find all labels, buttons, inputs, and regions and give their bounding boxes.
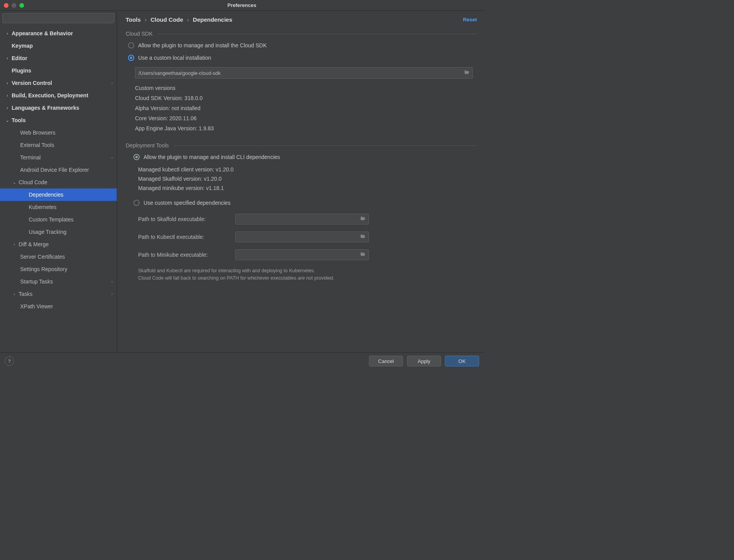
scope-project-icon: ▫ <box>111 155 113 160</box>
breadcrumb-tools[interactable]: Tools <box>126 16 141 23</box>
search-box[interactable] <box>2 13 114 23</box>
folder-open-icon[interactable] <box>360 252 366 258</box>
minikube-path-input[interactable] <box>235 249 369 260</box>
chevron-right-icon: › <box>12 292 17 296</box>
apply-button[interactable]: Apply <box>407 356 441 366</box>
sidebar-item-tools[interactable]: ⌄Tools <box>0 114 117 126</box>
sidebar-item-version-control[interactable]: ›Version Control▫ <box>0 77 117 89</box>
sidebar-item-android-device[interactable]: Android Device File Explorer <box>0 164 117 176</box>
chevron-right-icon: › <box>12 242 17 247</box>
minikube-path-row: Path to Minikube executable: <box>138 249 477 260</box>
sdk-path-field-wrap <box>135 67 473 79</box>
sidebar-item-startup-tasks[interactable]: Startup Tasks▫ <box>0 275 117 288</box>
sidebar-item-dependencies[interactable]: Dependencies <box>0 188 117 201</box>
sidebar-item-tasks[interactable]: ›Tasks▫ <box>0 288 117 300</box>
sidebar-item-web-browsers[interactable]: Web Browsers <box>0 126 117 139</box>
sidebar-item-settings-repo[interactable]: Settings Repository <box>0 263 117 275</box>
maximize-window-button[interactable] <box>19 3 24 8</box>
scope-project-icon: ▫ <box>111 81 113 85</box>
minikube-path-label: Path to Minikube executable: <box>138 252 235 258</box>
help-button[interactable]: ? <box>5 356 14 366</box>
sidebar-item-build[interactable]: ›Build, Execution, Deployment <box>0 89 117 102</box>
close-window-button[interactable] <box>4 3 9 8</box>
window-title: Preferences <box>0 2 484 8</box>
managed-kubectl-label: Managed kubectl client version: v1.20.0 <box>138 166 477 173</box>
sidebar-item-editor[interactable]: ›Editor <box>0 52 117 64</box>
footer: ? Cancel Apply OK <box>0 352 484 370</box>
sidebar-item-custom-templates[interactable]: Custom Templates <box>0 213 117 226</box>
chevron-right-icon: › <box>5 93 10 98</box>
breadcrumb-dependencies: Dependencies <box>193 16 232 23</box>
core-version-label: Core Version: 2020.11.06 <box>135 115 477 121</box>
sdk-version-label: Cloud SDK Version: 318.0.0 <box>135 95 477 101</box>
radio-icon[interactable] <box>133 200 140 206</box>
section-cloud-sdk: Cloud SDK <box>126 31 477 37</box>
radio-custom-deps[interactable]: Use custom specified dependencies <box>133 200 477 206</box>
sidebar-item-xpath-viewer[interactable]: XPath Viewer <box>0 300 117 313</box>
sidebar-item-terminal[interactable]: Terminal▫ <box>0 151 117 164</box>
titlebar: Preferences <box>0 0 484 11</box>
chevron-down-icon: ⌄ <box>12 180 17 185</box>
alpha-version-label: Alpha Version: not installed <box>135 105 477 111</box>
sidebar-item-server-certificates[interactable]: Server Certificates <box>0 251 117 263</box>
radio-manage-sdk[interactable]: Allow the plugin to manage and install t… <box>128 42 477 48</box>
deps-note: Skaffold and Kubectl are required for in… <box>138 267 477 282</box>
skaffold-path-row: Path to Skaffold executable: <box>138 214 477 225</box>
minimize-window-button[interactable] <box>12 3 16 8</box>
radio-manage-cli[interactable]: Allow the plugin to manage and install C… <box>133 154 477 160</box>
ok-button[interactable]: OK <box>445 356 479 366</box>
sdk-version-info: Custom versions Cloud SDK Version: 318.0… <box>135 85 477 131</box>
search-input[interactable] <box>2 13 114 23</box>
sidebar-item-appearance[interactable]: ›Appearance & Behavior <box>0 27 117 40</box>
skaffold-path-label: Path to Skaffold executable: <box>138 216 235 222</box>
content-pane: Tools › Cloud Code › Dependencies Reset … <box>117 11 484 352</box>
breadcrumb-cloud-code[interactable]: Cloud Code <box>151 16 183 23</box>
sidebar-item-cloud-code[interactable]: ⌄Cloud Code <box>0 176 117 188</box>
radio-checked-icon[interactable] <box>128 55 134 61</box>
window-controls <box>4 3 24 8</box>
folder-open-icon[interactable] <box>464 70 470 76</box>
chevron-down-icon: ⌄ <box>5 118 10 123</box>
sidebar: ›Appearance & Behavior Keymap ›Editor Pl… <box>0 11 117 352</box>
managed-deps-info: Managed kubectl client version: v1.20.0 … <box>138 166 477 191</box>
sidebar-item-usage-tracking[interactable]: Usage Tracking <box>0 226 117 238</box>
chevron-right-icon: › <box>187 16 189 23</box>
custom-versions-label: Custom versions <box>135 85 477 91</box>
kubectl-path-row: Path to Kubectl executable: <box>138 232 477 242</box>
scope-project-icon: ▫ <box>111 292 113 296</box>
folder-open-icon[interactable] <box>360 234 366 240</box>
radio-icon[interactable] <box>128 42 134 48</box>
sidebar-item-external-tools[interactable]: External Tools <box>0 139 117 151</box>
sidebar-item-languages[interactable]: ›Languages & Frameworks <box>0 102 117 114</box>
sidebar-item-keymap[interactable]: Keymap <box>0 40 117 52</box>
managed-minikube-label: Managed minikube version: v1.18.1 <box>138 185 477 191</box>
cancel-button[interactable]: Cancel <box>369 356 403 366</box>
chevron-right-icon: › <box>145 16 147 23</box>
radio-custom-sdk[interactable]: Use a custom local installation <box>128 55 477 61</box>
sdk-path-input[interactable] <box>135 67 473 79</box>
scope-project-icon: ▫ <box>111 279 113 284</box>
breadcrumb: Tools › Cloud Code › Dependencies <box>126 16 232 23</box>
nav-tree: ›Appearance & Behavior Keymap ›Editor Pl… <box>0 26 117 352</box>
section-deployment-tools: Deployment Tools <box>126 142 477 149</box>
skaffold-path-input[interactable] <box>235 214 369 225</box>
reset-link[interactable]: Reset <box>463 17 477 22</box>
appengine-version-label: App Engine Java Version: 1.9.83 <box>135 125 477 131</box>
kubectl-path-label: Path to Kubectl executable: <box>138 234 235 240</box>
sidebar-item-plugins[interactable]: Plugins <box>0 64 117 77</box>
chevron-right-icon: › <box>5 31 10 36</box>
sidebar-item-kubernetes[interactable]: Kubernetes <box>0 201 117 213</box>
chevron-right-icon: › <box>5 81 10 85</box>
sidebar-item-diff-merge[interactable]: ›Diff & Merge <box>0 238 117 251</box>
chevron-right-icon: › <box>5 106 10 110</box>
managed-skaffold-label: Managed Skaffold version: v1.20.0 <box>138 176 477 182</box>
radio-checked-icon[interactable] <box>133 154 140 160</box>
folder-open-icon[interactable] <box>360 216 366 223</box>
kubectl-path-input[interactable] <box>235 232 369 242</box>
chevron-right-icon: › <box>5 56 10 60</box>
